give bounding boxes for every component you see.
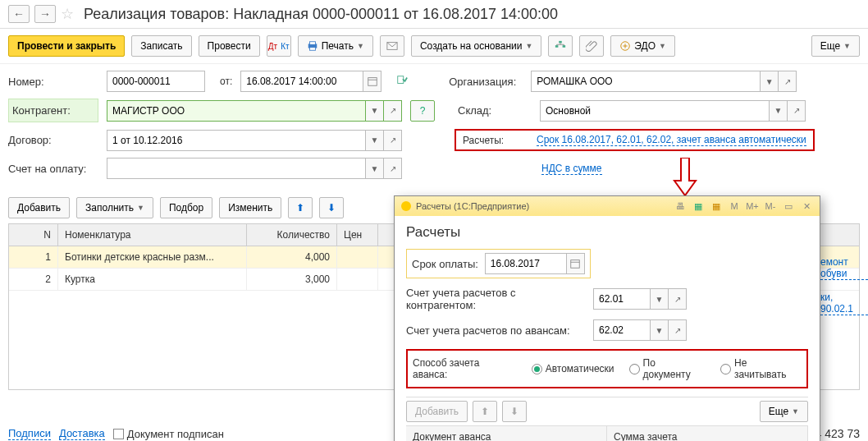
side-link-1[interactable]: емонт обуви (820, 256, 868, 280)
dialog-titlebar[interactable]: Расчеты (1С:Предприятие) 🖶 ▦ ▦ M M+ M- ▭… (395, 196, 820, 216)
calc-mminus-button[interactable]: M- (764, 200, 777, 213)
document-status-icon (396, 75, 408, 86)
calendar-button[interactable] (567, 253, 585, 274)
nds-link[interactable]: НДС в сумме (541, 163, 602, 175)
paperclip-icon (586, 40, 597, 52)
save-button[interactable]: Записать (131, 35, 191, 57)
open-button[interactable]: ↗ (384, 100, 402, 122)
form-area: Номер: от: Организация: ▼ ↗ Контрагент: … (0, 64, 868, 192)
chevron-down-icon: ▼ (843, 42, 851, 50)
calendar-green-icon[interactable]: ▦ (692, 200, 705, 213)
more-button[interactable]: Еще ▼ (811, 35, 860, 57)
mail-icon (386, 40, 398, 52)
close-button[interactable]: ✕ (800, 200, 813, 213)
print-icon[interactable]: 🖶 (674, 200, 687, 213)
post-button[interactable]: Провести (199, 35, 260, 57)
tree-icon (555, 40, 566, 52)
dialog-title: Расчеты (406, 224, 808, 241)
app-icon (401, 201, 411, 211)
open-button[interactable]: ↗ (384, 158, 402, 179)
document-title: Реализация товаров: Накладная 0000-00001… (84, 6, 558, 23)
add-row-button[interactable]: Добавить (8, 197, 70, 218)
radio-auto[interactable]: Автоматически (532, 363, 614, 374)
col-price[interactable]: Цен (337, 224, 378, 246)
contract-input[interactable] (107, 130, 366, 151)
nav-forward-button[interactable]: → (34, 5, 56, 23)
calendar-icon (367, 76, 378, 87)
change-button[interactable]: Изменить (219, 197, 281, 218)
svg-rect-5 (555, 45, 559, 48)
attach-button[interactable] (579, 35, 604, 57)
col-nomenclature[interactable]: Номенклатура (58, 224, 247, 246)
open-button[interactable]: ↗ (779, 71, 797, 92)
acc2-input[interactable] (593, 319, 651, 341)
open-button[interactable]: ↗ (669, 319, 687, 341)
svg-rect-10 (571, 260, 580, 269)
related-button[interactable] (548, 35, 573, 57)
fill-button[interactable]: Заполнить ▼ (76, 197, 153, 218)
edo-button[interactable]: ЭДО ▼ (610, 35, 675, 57)
date-label: от: (220, 76, 232, 87)
side-links: емонт обуви ки, 90.02.1 (820, 256, 868, 315)
contract-label: Договор: (8, 134, 98, 146)
calc-label: Расчеты: (463, 135, 528, 146)
dropdown-button[interactable]: ▼ (770, 100, 788, 122)
acc2-label: Счет учета расчетов по авансам: (406, 324, 587, 337)
dtkt-button[interactable]: ДтКт (267, 35, 291, 57)
number-input[interactable] (107, 71, 205, 92)
main-toolbar: Провести и закрыть Записать Провести ДтК… (0, 29, 868, 64)
radio-none[interactable]: Не зачитывать (720, 357, 802, 380)
chevron-down-icon: ▼ (357, 42, 364, 50)
counterparty-input[interactable] (107, 100, 366, 122)
minimize-button[interactable]: ▭ (782, 200, 795, 213)
post-and-close-button[interactable]: Провести и закрыть (8, 35, 125, 57)
warehouse-label: Склад: (458, 104, 532, 117)
printer-icon (307, 40, 318, 52)
calendar-orange-icon[interactable]: ▦ (710, 200, 723, 213)
prepay-mode-group: Способ зачета аванса: Автоматически По д… (406, 349, 808, 388)
calendar-button[interactable] (363, 71, 381, 92)
dropdown-button[interactable]: ▼ (651, 319, 669, 341)
due-date-input[interactable] (485, 253, 567, 274)
date-input[interactable] (240, 71, 363, 92)
calc-dialog: Расчеты (1С:Предприятие) 🖶 ▦ ▦ M M+ M- ▭… (394, 195, 820, 390)
dropdown-button[interactable]: ▼ (761, 71, 779, 92)
edo-icon (619, 40, 631, 52)
dropdown-button[interactable]: ▼ (366, 130, 384, 151)
status-icon[interactable] (396, 75, 408, 89)
svg-rect-1 (309, 42, 315, 45)
radio-bydoc[interactable]: По документу (629, 357, 706, 380)
help-button[interactable]: ? (410, 100, 435, 122)
open-button[interactable]: ↗ (669, 288, 687, 310)
favorite-star-icon[interactable]: ☆ (61, 5, 74, 23)
dropdown-button[interactable]: ▼ (366, 158, 384, 179)
calc-mplus-button[interactable]: M+ (746, 200, 759, 213)
svg-rect-6 (563, 45, 566, 48)
move-up-button[interactable]: ⬆ (288, 197, 313, 218)
open-button[interactable]: ↗ (384, 130, 402, 151)
calendar-icon (569, 258, 581, 269)
open-button[interactable]: ↗ (788, 100, 806, 122)
chevron-down-icon: ▼ (137, 204, 144, 212)
col-n[interactable]: N (9, 224, 58, 246)
mail-button[interactable] (380, 35, 404, 57)
radio-icon (720, 364, 731, 374)
number-label: Номер: (8, 76, 98, 88)
move-down-button[interactable]: ⬇ (319, 197, 344, 218)
dropdown-button[interactable]: ▼ (366, 100, 384, 122)
annotation-arrow-icon (673, 158, 697, 195)
calc-link[interactable]: Срок 16.08.2017, 62.01, 62.02, зачет ава… (537, 134, 806, 146)
acc1-input[interactable] (593, 288, 651, 310)
print-button[interactable]: Печать ▼ (298, 35, 373, 57)
select-button[interactable]: Подбор (160, 197, 212, 218)
prepay-label: Способ зачета аванса: (413, 357, 517, 380)
calc-m-button[interactable]: M (728, 200, 741, 213)
invoice-input[interactable] (107, 158, 366, 179)
nav-back-button[interactable]: ← (8, 5, 30, 23)
side-link-2[interactable]: ки, 90.02.1 (820, 292, 868, 315)
dropdown-button[interactable]: ▼ (651, 288, 669, 310)
create-based-button[interactable]: Создать на основании ▼ (411, 35, 541, 57)
org-input[interactable] (531, 71, 761, 92)
warehouse-input[interactable] (540, 100, 770, 122)
col-quantity[interactable]: Количество (247, 224, 337, 246)
